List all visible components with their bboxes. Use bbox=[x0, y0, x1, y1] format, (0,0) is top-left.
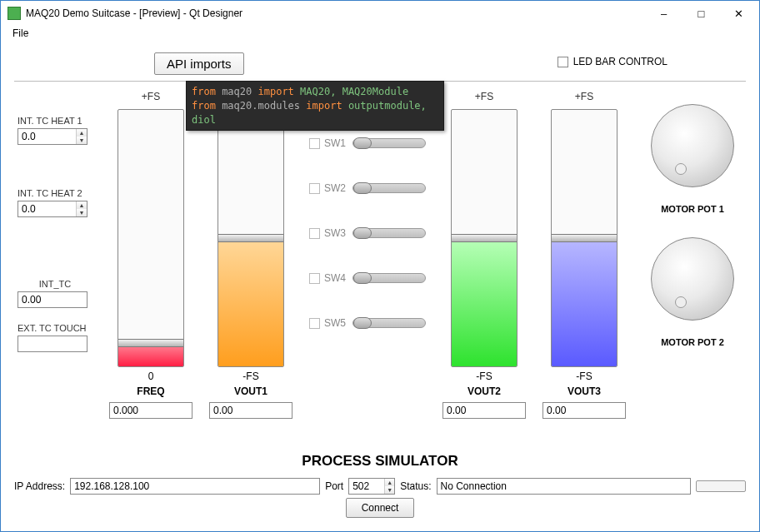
sw5-slider[interactable] bbox=[352, 318, 426, 328]
freq-top-label: +FS bbox=[142, 91, 160, 104]
motor-pot-1-label: MOTOR POT 1 bbox=[661, 204, 724, 214]
api-tooltip: from maq20 import MAQ20, MAQ20Module fro… bbox=[186, 81, 444, 131]
int-tc-heat-2-group: INT. TC HEAT 2 ▲▼ bbox=[9, 185, 101, 221]
ip-input[interactable] bbox=[70, 478, 320, 495]
spin-up-icon[interactable]: ▲ bbox=[77, 129, 87, 137]
int-tc-heat-2-label: INT. TC HEAT 2 bbox=[18, 188, 92, 198]
vout1-bot-label: -FS bbox=[242, 370, 258, 384]
sw4-slider[interactable] bbox=[352, 273, 426, 283]
int-tc-heat-1-spinner[interactable]: ▲▼ bbox=[18, 128, 88, 145]
sw2-checkbox[interactable] bbox=[309, 183, 320, 194]
menu-file[interactable]: File bbox=[8, 26, 33, 41]
ext-tc-touch-group: EXT. TC TOUCH bbox=[9, 320, 101, 355]
process-simulator-title: PROCESS SIMULATOR bbox=[9, 453, 751, 470]
int-tc-heat-1-group: INT. TC HEAT 1 ▲▼ bbox=[9, 112, 101, 148]
sw4-label: SW4 bbox=[324, 272, 352, 284]
vout2-name: VOUT2 bbox=[468, 385, 501, 397]
sw5-checkbox[interactable] bbox=[309, 318, 320, 329]
vout1-name: VOUT1 bbox=[234, 385, 268, 397]
ip-label: IP Address: bbox=[14, 480, 65, 492]
progress-bar bbox=[696, 480, 746, 492]
vout3-bot-label: -FS bbox=[576, 370, 592, 384]
int-tc-heat-2-input[interactable] bbox=[18, 201, 76, 216]
vout3-value-input[interactable] bbox=[542, 402, 626, 419]
footer-row: IP Address: Port ▲▼ Status: bbox=[14, 478, 746, 495]
port-label: Port bbox=[325, 480, 343, 492]
led-bar-checkbox[interactable] bbox=[558, 57, 568, 67]
freq-column: +FS 0 FREQ bbox=[101, 87, 201, 443]
sw1-row: SW1 bbox=[309, 137, 426, 149]
app-window: MAQ20 Demo Suitcase - [Preview] - Qt Des… bbox=[0, 0, 760, 532]
vout3-top-label: +FS bbox=[575, 91, 593, 104]
motor-pot-1-dial[interactable] bbox=[651, 104, 734, 187]
int-tc-heat-2-spinner[interactable]: ▲▼ bbox=[18, 201, 88, 217]
vout2-value-input[interactable] bbox=[442, 402, 526, 419]
vout3-name: VOUT3 bbox=[568, 385, 601, 397]
main-area: INT. TC HEAT 1 ▲▼ INT. TC HEAT 2 ▲▼ bbox=[9, 87, 751, 443]
app-icon bbox=[8, 7, 21, 20]
status-field bbox=[437, 478, 691, 495]
vout1-value-input[interactable] bbox=[209, 402, 292, 419]
freq-value-input[interactable] bbox=[109, 402, 192, 419]
sw1-checkbox[interactable] bbox=[309, 138, 320, 149]
window-buttons: – □ ✕ bbox=[645, 2, 758, 25]
port-spinner[interactable]: ▲▼ bbox=[348, 478, 395, 495]
connect-button[interactable]: Connect bbox=[346, 498, 415, 518]
motor-pot-2-label: MOTOR POT 2 bbox=[661, 337, 724, 347]
sw3-row: SW3 bbox=[309, 227, 426, 239]
int-tc-heat-1-label: INT. TC HEAT 1 bbox=[18, 116, 92, 126]
spin-up-icon[interactable]: ▲ bbox=[385, 479, 394, 486]
freq-name: FREQ bbox=[137, 385, 164, 397]
sw2-row: SW2 bbox=[309, 182, 426, 194]
led-bar-control[interactable]: LED BAR CONTROL bbox=[558, 56, 668, 67]
port-input[interactable] bbox=[349, 479, 384, 494]
vout2-bar[interactable] bbox=[451, 109, 518, 367]
connect-row: Connect bbox=[9, 498, 751, 518]
led-bar-label: LED BAR CONTROL bbox=[573, 56, 668, 67]
inputs-column: INT. TC HEAT 1 ▲▼ INT. TC HEAT 2 ▲▼ bbox=[9, 87, 101, 443]
int-tc-input[interactable] bbox=[18, 291, 88, 308]
motor-pot-2-dial[interactable] bbox=[651, 237, 734, 321]
vout1-bar[interactable] bbox=[218, 109, 284, 367]
sw5-row: SW5 bbox=[309, 317, 426, 329]
vout1-column: +FS -FS VOUT1 bbox=[201, 87, 301, 443]
vout3-bar[interactable] bbox=[551, 109, 618, 367]
freq-bot-label: 0 bbox=[148, 370, 154, 384]
sw3-slider[interactable] bbox=[352, 228, 426, 238]
sw4-checkbox[interactable] bbox=[309, 273, 320, 284]
sw5-label: SW5 bbox=[324, 317, 352, 329]
sw2-label: SW2 bbox=[324, 182, 352, 194]
vout2-column: +FS -FS VOUT2 bbox=[434, 87, 534, 443]
spin-down-icon[interactable]: ▼ bbox=[77, 137, 87, 144]
int-tc-label: INT_TC bbox=[18, 279, 92, 289]
titlebar: MAQ20 Demo Suitcase - [Preview] - Qt Des… bbox=[1, 1, 759, 26]
vout2-top-label: +FS bbox=[475, 91, 493, 104]
minimize-button[interactable]: – bbox=[645, 2, 682, 25]
int-tc-group: INT_TC bbox=[9, 276, 101, 311]
sw4-row: SW4 bbox=[309, 272, 426, 284]
window-title: MAQ20 Demo Suitcase - [Preview] - Qt Des… bbox=[26, 7, 645, 19]
ext-tc-touch-input[interactable] bbox=[18, 336, 88, 352]
api-imports-button[interactable]: API imports bbox=[154, 52, 244, 75]
sw1-slider[interactable] bbox=[352, 138, 426, 148]
spin-down-icon[interactable]: ▼ bbox=[77, 209, 87, 216]
top-row: API imports LED BAR CONTROL bbox=[9, 47, 751, 78]
spin-up-icon[interactable]: ▲ bbox=[77, 201, 87, 209]
vout2-bot-label: -FS bbox=[476, 370, 492, 384]
menubar: File bbox=[1, 26, 759, 44]
status-label: Status: bbox=[400, 480, 431, 492]
dials-column: MOTOR POT 1 MOTOR POT 2 bbox=[634, 87, 751, 443]
int-tc-heat-1-input[interactable] bbox=[18, 129, 76, 144]
ext-tc-touch-label: EXT. TC TOUCH bbox=[18, 323, 92, 333]
vout3-column: +FS -FS VOUT3 bbox=[534, 87, 634, 443]
sw3-label: SW3 bbox=[324, 227, 352, 239]
sw3-checkbox[interactable] bbox=[309, 228, 320, 239]
close-button[interactable]: ✕ bbox=[720, 2, 758, 25]
spin-down-icon[interactable]: ▼ bbox=[385, 486, 394, 494]
sw2-slider[interactable] bbox=[352, 183, 426, 193]
maximize-button[interactable]: □ bbox=[682, 2, 720, 25]
switches-column: SW1 SW2 SW3 SW4 bbox=[301, 87, 434, 443]
sw1-label: SW1 bbox=[324, 137, 352, 149]
freq-bar[interactable] bbox=[118, 109, 184, 367]
